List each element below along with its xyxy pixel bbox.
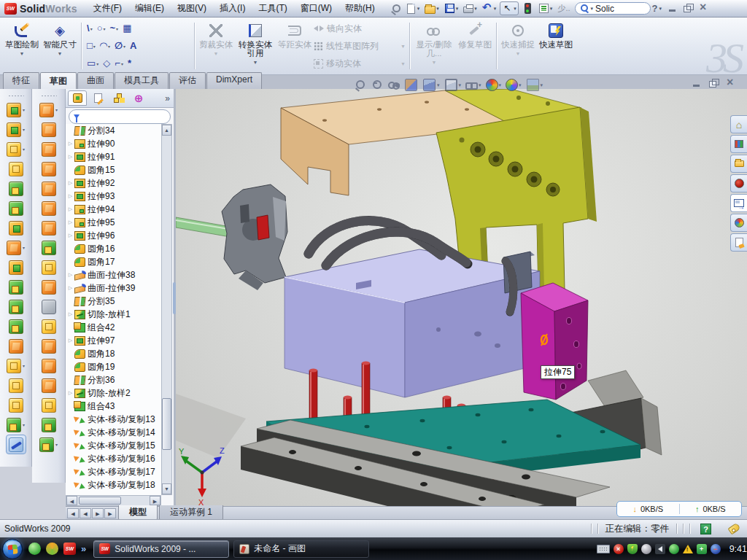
trim-entities-button[interactable]: 剪裁实体 ▼ bbox=[197, 20, 235, 72]
split-body-button[interactable] bbox=[9, 376, 23, 395]
freeform-tool-button[interactable]: ▾ bbox=[39, 435, 58, 454]
dropdown-caret[interactable]: ▾ bbox=[550, 6, 553, 12]
dropdown-caret[interactable]: ▾ bbox=[459, 82, 462, 88]
tree-item-实体-移动/复制17[interactable]: 实体-移动/复制17 bbox=[67, 465, 161, 478]
tab-dimxpert-manager[interactable]: ⊕ bbox=[129, 90, 148, 106]
tree-item-拉伸92[interactable]: ▷拉伸92 bbox=[67, 176, 161, 190]
tab-曲面[interactable]: 曲面 bbox=[77, 72, 114, 89]
tag-icon[interactable] bbox=[727, 523, 740, 535]
dropdown-caret[interactable]: ▾ bbox=[474, 6, 477, 12]
tray-keyboard-layout[interactable] bbox=[597, 545, 610, 553]
traffic-light-button[interactable] bbox=[521, 2, 535, 15]
parting-surface-button[interactable] bbox=[42, 198, 56, 218]
expand-arrow[interactable]: ▷ bbox=[67, 180, 74, 186]
search-dropdown-caret[interactable]: ▾ bbox=[591, 6, 594, 12]
view-settings-button[interactable]: ▾ bbox=[526, 78, 543, 92]
hide-show-items-button[interactable]: ▾ bbox=[465, 79, 481, 91]
part-gripper-clamp[interactable] bbox=[222, 184, 287, 290]
tab-feature-tree[interactable] bbox=[68, 90, 87, 106]
search-box[interactable]: ▾ Solic bbox=[575, 2, 651, 15]
offset-entities-button[interactable]: 等距实体 bbox=[276, 20, 314, 72]
exploded-mold-assembly[interactable]: Y Z X bbox=[176, 89, 747, 506]
menu-视图(V)[interactable]: 视图(V) bbox=[171, 0, 212, 17]
zoom-fit-button[interactable] bbox=[354, 79, 366, 91]
tree-item-圆角15[interactable]: 圆角15 bbox=[67, 163, 161, 176]
expand-arrow[interactable]: ▷ bbox=[67, 233, 74, 238]
linear-sketch-pattern-button[interactable]: 线性草图阵列 ▼ bbox=[314, 39, 407, 53]
tray-protection-plus[interactable] bbox=[697, 544, 707, 554]
dropdown-caret[interactable]: ▾ bbox=[437, 82, 440, 88]
expand-arrow[interactable]: ▷ bbox=[67, 338, 74, 343]
core-tool-button[interactable] bbox=[42, 277, 56, 297]
edit-appearance-button[interactable]: ▾ bbox=[486, 79, 502, 91]
dropdown-caret[interactable]: ▾ bbox=[436, 6, 439, 12]
dropdown-caret[interactable]: ▾ bbox=[479, 82, 481, 88]
expand-arrow[interactable]: ▷ bbox=[67, 390, 74, 396]
tree-item-实体-移动/复制15[interactable]: 实体-移动/复制15 bbox=[67, 439, 161, 452]
dropdown-caret[interactable]: ▾ bbox=[96, 61, 98, 66]
new-document-button[interactable]: ▾ bbox=[404, 3, 422, 15]
dropdown-caret[interactable]: ▾ bbox=[90, 26, 93, 31]
move-entities-button[interactable]: 移动实体 ▼ bbox=[314, 56, 407, 71]
tree-item-圆角18[interactable]: 圆角18 bbox=[67, 347, 161, 360]
smart-dimension-button[interactable]: 智能尺寸 ▼ bbox=[41, 20, 79, 72]
dropdown-caret[interactable]: ▾ bbox=[456, 6, 459, 12]
doc-close-button[interactable] bbox=[725, 79, 736, 88]
dropdown-caret[interactable]: ▾ bbox=[23, 107, 25, 112]
taskpane-solidworks-resources[interactable]: ⌂ bbox=[730, 115, 747, 133]
expand-arrow[interactable]: ▷ bbox=[67, 219, 74, 225]
tree-item-拉伸93[interactable]: ▷拉伸93 bbox=[67, 190, 161, 203]
shell-button[interactable] bbox=[9, 297, 23, 316]
tree-item-组合43[interactable]: 组合43 bbox=[67, 400, 161, 413]
vertical-scroll-thumb[interactable] bbox=[162, 398, 171, 450]
sketch-entity-button[interactable]: ▭▾ bbox=[85, 58, 100, 69]
expand-arrow[interactable]: ▷ bbox=[67, 141, 74, 147]
tree-item-圆角19[interactable]: 圆角19 bbox=[67, 360, 161, 373]
search-input[interactable]: Solic bbox=[595, 4, 614, 14]
panel-splitter-handle[interactable] bbox=[173, 282, 176, 314]
tree-item-拉伸96[interactable]: ▷拉伸96 bbox=[67, 229, 161, 242]
draft-analysis-button[interactable] bbox=[42, 159, 56, 179]
apply-scene-button[interactable]: ▾ bbox=[506, 79, 522, 91]
section-view-button[interactable] bbox=[404, 78, 418, 92]
rapid-sketch-button[interactable]: 快速草图 bbox=[537, 20, 575, 72]
dropdown-caret[interactable]: ▾ bbox=[23, 245, 25, 250]
sketch-entity-button[interactable]: ◠▾ bbox=[98, 40, 112, 52]
display-delete-relations-button[interactable]: 显示/删除几... ▼ bbox=[412, 20, 456, 72]
tree-item-圆角17[interactable]: 圆角17 bbox=[67, 255, 161, 268]
expand-arrow[interactable]: ▷ bbox=[67, 154, 74, 160]
tab-DimXpert[interactable]: DimXpert bbox=[206, 72, 262, 89]
close-button[interactable] bbox=[698, 4, 709, 13]
tab-property-manager[interactable] bbox=[88, 90, 107, 106]
part-highlighted-extrude75[interactable] bbox=[521, 283, 588, 400]
network-speed-widget[interactable]: ↓0KB/S ↑0KB/S bbox=[616, 501, 742, 517]
mold-split-button[interactable]: ▾ bbox=[39, 100, 58, 120]
sketch-entity-button[interactable]: A bbox=[128, 40, 138, 52]
fillet-button[interactable]: ▾ bbox=[7, 139, 25, 159]
taskpane-appearances-scenes[interactable] bbox=[730, 214, 747, 232]
dropdown-caret[interactable]: ▾ bbox=[23, 127, 25, 132]
convert-entities-button[interactable]: 转换实体引用 ▼ bbox=[235, 20, 276, 72]
tree-item-拉伸97[interactable]: ▷拉伸97 bbox=[67, 334, 161, 347]
sketch-entity-button[interactable]: ⌐▾ bbox=[113, 58, 125, 69]
taskpane-design-library[interactable] bbox=[730, 135, 747, 153]
measure-tool-button[interactable] bbox=[6, 435, 26, 454]
select-button[interactable]: ▾ bbox=[500, 1, 519, 15]
dropdown-caret[interactable]: ▾ bbox=[121, 61, 123, 66]
taskpane-view-palette[interactable] bbox=[730, 194, 747, 212]
offset-surface-button[interactable] bbox=[42, 376, 56, 395]
extruded-boss-base-button[interactable]: ▾ bbox=[7, 100, 25, 120]
tree-item-分割36[interactable]: 分割36 bbox=[67, 373, 161, 386]
taskpane-file-explorer[interactable] bbox=[730, 155, 747, 173]
tree-item-实体-移动/复制13[interactable]: 实体-移动/复制13 bbox=[67, 413, 161, 426]
delete-face-button[interactable] bbox=[42, 297, 56, 316]
scroll-left-button[interactable]: ◀ bbox=[66, 496, 77, 505]
sketch-button[interactable]: 草图绘制 ▼ bbox=[3, 20, 41, 72]
curve-tool-button[interactable] bbox=[9, 395, 23, 415]
repair-sketch-button[interactable]: 修复草图 bbox=[456, 20, 494, 72]
tray-antivirus-alert[interactable] bbox=[614, 544, 624, 554]
insert-reference-button[interactable]: ▾ bbox=[7, 356, 25, 376]
scroll-down-button[interactable]: ▼ bbox=[162, 483, 171, 494]
sketch-entity-button[interactable]: ~▾ bbox=[109, 23, 120, 34]
menu-窗口(W)[interactable]: 窗口(W) bbox=[295, 0, 338, 17]
